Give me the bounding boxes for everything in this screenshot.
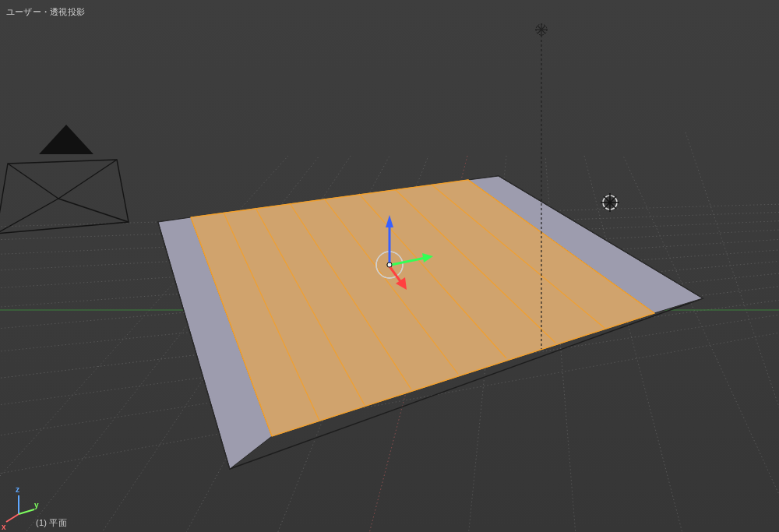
svg-line-71 xyxy=(19,509,34,514)
svg-line-50 xyxy=(8,164,58,199)
svg-line-19 xyxy=(584,156,686,532)
svg-line-20 xyxy=(623,156,779,532)
svg-text:y: y xyxy=(34,501,39,509)
svg-line-22 xyxy=(686,132,779,499)
mini-axis-indicator: z y x xyxy=(2,485,39,531)
svg-line-73 xyxy=(6,514,19,522)
svg-marker-28 xyxy=(191,180,654,436)
svg-marker-48 xyxy=(39,125,93,154)
viewport-3d[interactable]: ユーザー・透視投影 (1) 平面 xyxy=(0,0,779,532)
svg-point-63 xyxy=(387,262,392,267)
svg-line-52 xyxy=(58,199,129,222)
svg-marker-49 xyxy=(0,160,129,234)
svg-line-51 xyxy=(58,160,117,199)
svg-text:z: z xyxy=(16,485,19,494)
camera-object[interactable] xyxy=(0,125,129,234)
svg-text:x: x xyxy=(2,523,6,531)
mesh-plane[interactable] xyxy=(158,176,703,469)
scene-svg: z y x xyxy=(0,0,779,532)
